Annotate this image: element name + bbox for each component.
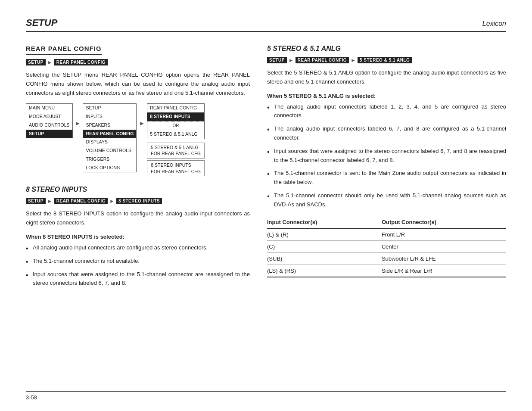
five-stereo-when-title: When 5 STEREO & 5.1 ANLG is selected: [267,93,506,99]
rear-panel-config-section: REAR PANEL CONFIG SETUP ► REAR PANEL CON… [26,45,250,176]
bullet-icon: • [267,193,271,200]
bullet-icon: • [267,104,271,111]
list-item: • All analog audio input connectors are … [26,243,250,252]
bc-arrow-2b: ► [109,198,115,204]
bullet-icon: • [26,272,29,279]
table-cell-input: (L) & (R) [267,228,382,241]
menu-col2-item-inputs: INPUTS [83,112,136,121]
connector-table: Input Connector(s) Output Connector(s) (… [267,217,506,277]
menu-col1-item-mainmenu: MAIN MENU [26,104,72,112]
bc-arrow-2a: ► [47,198,53,204]
menu-col2-item-lock: LOCK OPTIONS [83,164,136,172]
bullet-text: Input sources that were assigned to the … [274,147,506,165]
menu-col1: MAIN MENU MODE ADJUST AUDIO CONTROLS SET… [26,103,73,138]
five-stereo-bullets: • The analog audio input connectors labe… [267,103,506,209]
bullet-icon: • [26,258,29,265]
menu-col2-item-speakers: SPEAKERS [83,121,136,130]
eight-stereo-bullets: • All analog audio input connectors are … [26,243,250,288]
breadcrumb-badge-setup: SETUP [26,59,46,65]
bc-8stereo: 8 STEREO INPUTS [116,198,162,204]
eight-stereo-title: 8 STEREO INPUTS [26,186,250,193]
header: SETUP Lexicon [26,17,506,32]
bc-rearpanel-2: REAR PANEL CONFIG [54,198,108,204]
menu-col2-item-displays: DISPLAYS [83,138,136,146]
table-cell-output: Center [382,240,506,252]
table-cell-output: Front L/R [382,228,506,241]
bullet-text: The analog audio input connectors labele… [274,125,506,143]
list-item: • The 5.1-channel connector is not avail… [26,257,250,266]
bullet-icon: • [267,171,271,177]
menu-col3-5stereo: 5 STEREO & 5.1 ANLG [147,130,204,139]
list-item: • Input sources that were assigned to th… [267,147,506,165]
eight-stereo-section: 8 STEREO INPUTS SETUP ► REAR PANEL CONFI… [26,186,250,288]
menu-col3-sub1: 5 STEREO & 5.1 ANLGFOR REAR PANEL CFG [147,143,205,159]
five-stereo-breadcrumb: SETUP ► REAR PANEL CONFIG ► 5 STEREO & 5… [267,57,506,63]
left-column: REAR PANEL CONFIG SETUP ► REAR PANEL CON… [26,45,250,293]
right-column: 5 STEREO & 5.1 ANLG SETUP ► REAR PANEL C… [267,45,506,293]
menu-col3-or: OR [147,121,204,130]
bullet-text: The 5.1-channel connector is sent to the… [274,169,506,187]
footer: 3-58 [26,391,506,401]
list-item: • The analog audio input connectors labe… [267,125,506,143]
table-row: (L) & (R) Front L/R [267,228,506,241]
five-stereo-title: 5 STEREO & 5.1 ANLG [267,45,506,53]
eight-stereo-body: Select the 8 STEREO INPUTS option to con… [26,209,250,227]
bc-arrow-rb: ► [351,57,356,63]
eight-stereo-when-title: When 8 STEREO INPUTS is selected: [26,234,250,240]
eight-stereo-breadcrumb: SETUP ► REAR PANEL CONFIG ► 8 STEREO INP… [26,198,250,204]
table-header-output: Output Connector(s) [382,217,506,228]
menu-col1-item-audiocontrols: AUDIO CONTROLS [26,121,72,130]
bullet-icon: • [267,126,271,133]
table-row: (LS) & (RS) Side L/R & Rear L/R [267,265,506,277]
bc-arrow-ra: ► [289,57,294,63]
bullet-text: All analog audio input connectors are co… [33,243,208,252]
bc-rearpanel-r: REAR PANEL CONFIG [296,57,349,63]
menu-col1-item-setup: SETUP [26,130,72,138]
list-item: • The analog audio input connectors labe… [267,103,506,121]
content-columns: REAR PANEL CONFIG SETUP ► REAR PANEL CON… [26,45,506,293]
page-number: 3-58 [26,394,37,401]
menu-col2-item-setup: SETUP [83,104,136,112]
table-row: (C) Center [267,240,506,252]
bullet-text: The 5.1-channel connector is not availab… [33,257,140,266]
table-row: (SUB) Subwoofer L/R & LFE [267,252,506,265]
menu-col3-sub2: 8 STEREO INPUTSFOR REAR PANEL CFG [147,160,205,176]
table-cell-output: Side L/R & Rear L/R [382,265,506,277]
rear-panel-body: Selecting the SETUP menu REAR PANEL CONF… [26,71,250,97]
list-item: • The 5.1-channel connector is sent to t… [267,169,506,187]
page: SETUP Lexicon REAR PANEL CONFIG SETUP ► … [0,0,532,411]
bc-5stereo: 5 STEREO & 5.1 ANLG [358,57,412,63]
list-item: • The 5.1-channel connector should only … [267,191,506,209]
menu-col3-8stereo: 8 STEREO INPUTS [147,112,204,121]
menu-col1-item-modeadjust: MODE ADJUST [26,112,72,121]
menu-diagram: MAIN MENU MODE ADJUST AUDIO CONTROLS SET… [26,103,250,176]
rear-panel-breadcrumb: SETUP ► REAR PANEL CONFIG [26,59,250,65]
menu-arrow-1: ► [74,103,82,127]
bc-setup-r: SETUP [267,57,287,63]
menu-col3: REAR PANEL CONFIG 8 STEREO INPUTS OR 5 S… [147,103,205,176]
table-cell-input: (SUB) [267,252,382,265]
bc-setup-2: SETUP [26,198,46,204]
menu-arrow-2: ► [137,103,146,127]
menu-col3-top: REAR PANEL CONFIG 8 STEREO INPUTS OR 5 S… [147,103,205,139]
bullet-text: The 5.1-channel connector should only be… [274,191,506,209]
bullet-text: The analog audio input connectors labele… [274,103,506,121]
brand-label: Lexicon [482,20,506,28]
five-stereo-section: 5 STEREO & 5.1 ANLG SETUP ► REAR PANEL C… [267,45,506,277]
table-cell-input: (C) [267,240,382,252]
bullet-text: Input sources that were assigned to the … [33,270,250,288]
table-cell-input: (LS) & (RS) [267,265,382,277]
bullet-icon: • [267,149,271,156]
five-stereo-body: Select the 5 STEREO & 5.1 ANLG option to… [267,68,506,87]
rear-panel-config-title: REAR PANEL CONFIG [26,45,102,55]
page-title: SETUP [26,17,57,28]
menu-col3-bottom: 5 STEREO & 5.1 ANLGFOR REAR PANEL CFG 8 … [147,143,205,177]
breadcrumb-arrow-1: ► [47,59,53,65]
list-item: • Input sources that were assigned to th… [26,270,250,288]
menu-col2-item-volume: VOLUME CONTROLS [83,146,136,155]
menu-col3-rearpanelconfig: REAR PANEL CONFIG [147,104,204,112]
table-cell-output: Subwoofer L/R & LFE [382,252,506,265]
table-header-input: Input Connector(s) [267,217,382,228]
menu-col2-item-triggers: TRIGGERS [83,155,136,164]
menu-col2-item-rearpanel: REAR PANEL CONFIG [83,130,136,138]
